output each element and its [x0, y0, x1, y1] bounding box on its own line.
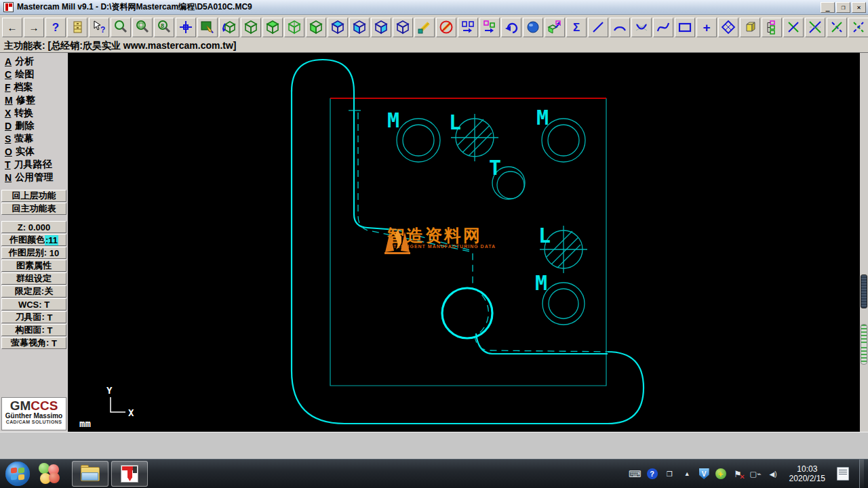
show-desktop-button[interactable]: [859, 460, 864, 488]
backup-menu-button[interactable]: 回上层功能: [1, 190, 66, 202]
clock-date: 2020/2/15: [789, 474, 825, 483]
menu-item-delete[interactable]: D删除: [0, 119, 68, 132]
restore-window-icon[interactable]: ❐: [664, 468, 675, 480]
gview-top-icon[interactable]: [262, 18, 283, 37]
cplane-side-icon[interactable]: [371, 18, 391, 37]
menu-item-file[interactable]: F档案: [0, 81, 68, 94]
system-tray: ⌨ ? ❐ ▲ V + ⚑✕ ▢⌁ ◀) 10:03 2020/2/15: [629, 460, 868, 488]
desktop: Mastercam Mill v9.1 - D:\资料网Mastercam编程\…: [0, 0, 868, 488]
analyze-cursor-icon[interactable]: ?: [89, 18, 109, 37]
help-tray-icon[interactable]: ?: [647, 468, 658, 479]
copy-entities-icon[interactable]: [458, 18, 478, 37]
gview-isometric-icon[interactable]: [241, 18, 261, 37]
pocket-circle: [442, 288, 492, 338]
zoom-icon[interactable]: [111, 18, 131, 37]
units-label: mm: [79, 418, 91, 429]
create-point-icon[interactable]: +: [696, 18, 717, 37]
restore-button[interactable]: ❐: [836, 2, 850, 13]
menu-item-solids[interactable]: O实体: [0, 145, 68, 158]
mask-level-button[interactable]: 限定层:关: [1, 285, 66, 298]
create-arc-icon[interactable]: [610, 18, 630, 37]
menu-item-screen[interactable]: S萤幕: [0, 132, 68, 145]
scrollbar-thumb-lower[interactable]: [861, 324, 867, 365]
trim-one-icon[interactable]: [783, 18, 804, 37]
right-scrollbar[interactable]: [860, 53, 868, 432]
close-button[interactable]: ✕: [852, 2, 866, 13]
pan-icon[interactable]: [176, 18, 196, 37]
attributes-button[interactable]: 图素属性: [1, 260, 66, 272]
graphics-view-button[interactable]: 萤幕视角: T: [1, 337, 66, 349]
zoom-window-icon[interactable]: [132, 18, 153, 37]
trim-two-icon[interactable]: [805, 18, 825, 37]
create-rectangle-icon[interactable]: [675, 18, 695, 37]
shade-sphere-icon[interactable]: [523, 18, 543, 37]
sigma-icon[interactable]: Σ: [566, 18, 587, 37]
undo-icon[interactable]: [501, 18, 521, 37]
tray-expand-icon[interactable]: ▲: [682, 468, 693, 480]
trim-three-icon[interactable]: [848, 18, 868, 37]
z-depth-button[interactable]: Z: 0.000: [1, 221, 66, 233]
create-fillet-icon[interactable]: [631, 18, 652, 37]
cplane-3d-icon[interactable]: [393, 18, 413, 37]
explorer-taskbar-button[interactable]: [72, 461, 108, 487]
menu-item-xform[interactable]: X转换: [0, 106, 68, 119]
menu-item-toolpaths[interactable]: T刀具路径: [0, 158, 68, 171]
label-t1: T: [489, 156, 501, 180]
level-manager-icon[interactable]: [762, 18, 782, 37]
ime-doc-icon[interactable]: [837, 467, 849, 481]
create-surface-icon[interactable]: [718, 18, 738, 37]
cplane-front-icon[interactable]: [349, 18, 370, 37]
axis-y-label: Y: [106, 385, 113, 396]
svg-text:?: ?: [100, 25, 105, 35]
unzoom-icon[interactable]: 8: [154, 18, 174, 37]
screen-next-icon[interactable]: [545, 18, 565, 37]
clock-time: 10:03: [789, 464, 825, 474]
start-button[interactable]: [5, 462, 30, 486]
main-menu-sidebar: A分析 C绘图 F档案 M修整 X转换 D删除 S萤幕 O实体 T刀具路径 N公…: [0, 53, 68, 432]
security-shield-icon[interactable]: V: [699, 468, 709, 479]
taskbar: ⌨ ? ❐ ▲ V + ⚑✕ ▢⌁ ◀) 10:03 2020/2/15: [0, 459, 868, 488]
create-solid-icon[interactable]: [740, 18, 760, 37]
menu-item-create[interactable]: C绘图: [0, 68, 68, 81]
gview-front-icon[interactable]: [284, 18, 304, 37]
label-m3: M: [535, 271, 547, 295]
taskbar-clock[interactable]: 10:03 2020/2/15: [785, 464, 829, 483]
delete-entity-icon[interactable]: [436, 18, 456, 37]
back-arrow-icon[interactable]: ←: [2, 18, 22, 37]
rotate-view-icon[interactable]: [219, 18, 239, 37]
repaint-icon[interactable]: [197, 18, 218, 37]
drawing-level-button[interactable]: 作图层别: 10: [1, 247, 66, 259]
sketch-pencil-icon[interactable]: [414, 18, 435, 37]
construction-plane-button[interactable]: 构图面: T: [1, 324, 66, 336]
drawing-color-button[interactable]: 作图颜色:11: [1, 234, 66, 246]
title-bar[interactable]: Mastercam Mill v9.1 - D:\资料网Mastercam编程\…: [0, 0, 868, 15]
create-spline-icon[interactable]: [653, 18, 673, 37]
scrollbar-thumb-upper[interactable]: [861, 274, 867, 308]
main-menu-button[interactable]: 回主功能表: [1, 203, 66, 215]
trim-divide-icon[interactable]: [827, 18, 847, 37]
color-swatch: :11: [45, 235, 58, 245]
volume-icon[interactable]: ◀): [768, 468, 779, 480]
transform-icon[interactable]: [479, 18, 500, 37]
help-icon[interactable]: ?: [45, 18, 66, 37]
network-icon[interactable]: ▢⌁: [750, 468, 762, 480]
browser-pinwheel-icon[interactable]: [38, 462, 61, 485]
cad-viewport[interactable]: M L M T L M Y X mm: [68, 53, 860, 432]
tool-plane-button[interactable]: 刀具面: T: [1, 311, 66, 323]
action-center-flag-icon[interactable]: ⚑✕: [732, 468, 744, 480]
mastercam-taskbar-button[interactable]: [111, 461, 148, 487]
file-cabinet-icon[interactable]: [67, 18, 87, 37]
create-line-icon[interactable]: [588, 18, 608, 37]
menu-item-modify[interactable]: M修整: [0, 94, 68, 106]
wcs-button[interactable]: WCS: T: [1, 298, 66, 310]
menu-item-utilities[interactable]: N公用管理: [0, 171, 68, 184]
cplane-top-icon[interactable]: [328, 18, 348, 37]
groups-button[interactable]: 群组设定: [1, 272, 66, 285]
forward-arrow-icon[interactable]: →: [24, 18, 44, 37]
menu-item-analyze[interactable]: A分析: [0, 55, 68, 68]
minimize-button[interactable]: _: [821, 2, 835, 13]
status-bar: [0, 432, 868, 459]
gview-side-icon[interactable]: [306, 18, 326, 37]
keyboard-icon[interactable]: ⌨: [629, 468, 641, 480]
antivirus-plus-icon[interactable]: +: [715, 468, 726, 479]
